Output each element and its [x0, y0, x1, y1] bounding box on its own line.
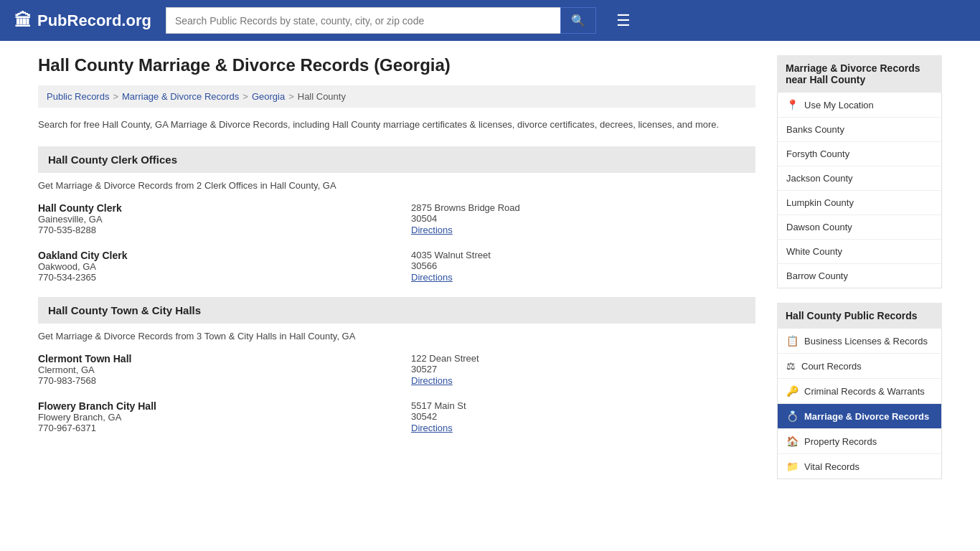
sidebar-item-jackson[interactable]: Jackson County — [778, 166, 941, 191]
directions-link-oakland[interactable]: Directions — [411, 272, 453, 283]
office-left-hall-clerk: Hall County Clerk Gainesville, GA 770-53… — [38, 202, 382, 235]
office-zip-clermont: 30527 — [411, 364, 755, 375]
logo-text: PubRecord.org — [37, 11, 151, 30]
marriage-divorce-icon: 💍 — [786, 410, 798, 422]
breadcrumb-hall-county: Hall County — [298, 91, 346, 102]
clerk-offices-desc: Get Marriage & Divorce Records from 2 Cl… — [38, 180, 755, 191]
logo-icon: 🏛 — [14, 11, 32, 31]
office-right-hall-clerk: 2875 Browns Bridge Road 30504 Directions — [411, 202, 755, 235]
office-zip-hall-clerk: 30504 — [411, 213, 755, 224]
office-name-oakland: Oakland City Clerk — [38, 250, 382, 261]
office-oakland-city-clerk: Oakland City Clerk Oakwood, GA 770-534-2… — [38, 250, 755, 283]
office-phone-flowery: 770-967-6371 — [38, 423, 382, 433]
office-right-oakland: 4035 Walnut Street 30566 Directions — [411, 250, 755, 283]
dawson-county-link[interactable]: Dawson County — [786, 222, 852, 232]
office-zip-oakland: 30566 — [411, 260, 755, 271]
sidebar-public-records-section: Hall County Public Records 📋 Business Li… — [777, 303, 942, 479]
breadcrumb: Public Records > Marriage & Divorce Reco… — [38, 85, 755, 108]
vital-records-icon: 📁 — [786, 461, 798, 472]
office-phone-clermont: 770-983-7568 — [38, 375, 382, 386]
sidebar-nearby-list: 📍 Use My Location Banks County Forsyth C… — [777, 93, 942, 288]
sidebar-item-court-records[interactable]: ⚖ Court Records — [778, 354, 941, 379]
white-county-link[interactable]: White County — [786, 246, 842, 257]
court-records-icon: ⚖ — [786, 360, 796, 372]
breadcrumb-public-records[interactable]: Public Records — [47, 91, 109, 102]
office-zip-flowery: 30542 — [411, 411, 755, 422]
barrow-county-link[interactable]: Barrow County — [786, 270, 848, 281]
sidebar-use-location[interactable]: 📍 Use My Location — [778, 93, 941, 118]
content-area: Hall County Marriage & Divorce Records (… — [38, 55, 755, 494]
office-city-hall-clerk: Gainesville, GA — [38, 214, 382, 225]
breadcrumb-marriage-divorce[interactable]: Marriage & Divorce Records — [122, 91, 239, 102]
search-bar: 🔍 — [166, 7, 596, 34]
sidebar-item-lumpkin[interactable]: Lumpkin County — [778, 191, 941, 215]
main-container: Hall County Marriage & Divorce Records (… — [24, 41, 956, 508]
site-header: 🏛 PubRecord.org 🔍 ☰ — [0, 0, 980, 41]
page-title: Hall County Marriage & Divorce Records (… — [38, 55, 755, 75]
office-address-flowery: 5517 Main St — [411, 400, 755, 411]
marriage-divorce-link[interactable]: Marriage & Divorce Records — [804, 411, 929, 422]
office-city-oakland: Oakwood, GA — [38, 261, 382, 272]
sidebar-item-dawson[interactable]: Dawson County — [778, 215, 941, 240]
office-name-flowery: Flowery Branch City Hall — [38, 400, 382, 412]
clerk-offices-header: Hall County Clerk Offices — [38, 146, 755, 173]
page-description: Search for free Hall County, GA Marriage… — [38, 118, 755, 132]
office-phone-oakland: 770-534-2365 — [38, 272, 382, 283]
office-left-oakland: Oakland City Clerk Oakwood, GA 770-534-2… — [38, 250, 382, 283]
breadcrumb-georgia[interactable]: Georgia — [252, 91, 285, 102]
sidebar-item-forsyth[interactable]: Forsyth County — [778, 142, 941, 166]
court-records-link[interactable]: Court Records — [801, 361, 862, 372]
office-city-clermont: Clermont, GA — [38, 364, 382, 375]
office-left-clermont: Clermont Town Hall Clermont, GA 770-983-… — [38, 353, 382, 386]
sidebar-item-vital-records[interactable]: 📁 Vital Records — [778, 454, 941, 479]
city-halls-header: Hall County Town & City Halls — [38, 297, 755, 324]
sidebar-nearby-title: Marriage & Divorce Records near Hall Cou… — [777, 55, 942, 93]
breadcrumb-sep-3: > — [288, 91, 294, 102]
property-records-icon: 🏠 — [786, 435, 798, 447]
forsyth-county-link[interactable]: Forsyth County — [786, 149, 849, 159]
use-location-link[interactable]: Use My Location — [804, 100, 874, 110]
directions-link-clermont[interactable]: Directions — [411, 375, 453, 386]
office-address-clermont: 122 Dean Street — [411, 353, 755, 364]
sidebar-item-business-licenses[interactable]: 📋 Business Licenses & Records — [778, 329, 941, 354]
sidebar-item-banks[interactable]: Banks County — [778, 118, 941, 142]
search-icon: 🔍 — [571, 14, 585, 27]
office-phone-hall-clerk: 770-535-8288 — [38, 225, 382, 235]
office-city-flowery: Flowery Branch, GA — [38, 412, 382, 423]
sidebar: Marriage & Divorce Records near Hall Cou… — [777, 55, 942, 494]
sidebar-item-criminal-records[interactable]: 🔑 Criminal Records & Warrants — [778, 379, 941, 404]
criminal-records-link[interactable]: Criminal Records & Warrants — [804, 386, 925, 397]
office-address-hall-clerk: 2875 Browns Bridge Road — [411, 202, 755, 213]
property-records-link[interactable]: Property Records — [804, 436, 877, 447]
lumpkin-county-link[interactable]: Lumpkin County — [786, 197, 854, 208]
office-right-clermont: 122 Dean Street 30527 Directions — [411, 353, 755, 386]
directions-link-hall-clerk[interactable]: Directions — [411, 225, 453, 235]
sidebar-nearby-section: Marriage & Divorce Records near Hall Cou… — [777, 55, 942, 288]
office-hall-county-clerk: Hall County Clerk Gainesville, GA 770-53… — [38, 202, 755, 235]
criminal-records-icon: 🔑 — [786, 385, 798, 397]
office-flowery-branch-city-hall: Flowery Branch City Hall Flowery Branch,… — [38, 400, 755, 433]
sidebar-item-property-records[interactable]: 🏠 Property Records — [778, 429, 941, 454]
banks-county-link[interactable]: Banks County — [786, 124, 844, 135]
office-name-hall-clerk: Hall County Clerk — [38, 202, 382, 214]
menu-icon[interactable]: ☰ — [616, 11, 631, 30]
search-input[interactable] — [166, 7, 560, 34]
jackson-county-link[interactable]: Jackson County — [786, 173, 853, 184]
office-address-oakland: 4035 Walnut Street — [411, 250, 755, 260]
sidebar-item-marriage-divorce[interactable]: 💍 Marriage & Divorce Records — [778, 404, 941, 429]
office-name-clermont: Clermont Town Hall — [38, 353, 382, 364]
sidebar-item-barrow[interactable]: Barrow County — [778, 264, 941, 288]
office-clermont-town-hall: Clermont Town Hall Clermont, GA 770-983-… — [38, 353, 755, 386]
vital-records-link[interactable]: Vital Records — [804, 461, 859, 472]
business-licenses-link[interactable]: Business Licenses & Records — [804, 336, 928, 347]
search-button[interactable]: 🔍 — [560, 7, 596, 34]
site-logo[interactable]: 🏛 PubRecord.org — [14, 11, 151, 31]
directions-link-flowery[interactable]: Directions — [411, 423, 453, 433]
business-licenses-icon: 📋 — [786, 335, 798, 347]
breadcrumb-sep-2: > — [242, 91, 248, 102]
breadcrumb-sep-1: > — [113, 91, 118, 102]
city-halls-desc: Get Marriage & Divorce Records from 3 To… — [38, 331, 755, 342]
sidebar-item-white[interactable]: White County — [778, 240, 941, 264]
sidebar-public-records-title: Hall County Public Records — [777, 303, 942, 329]
office-left-flowery: Flowery Branch City Hall Flowery Branch,… — [38, 400, 382, 433]
